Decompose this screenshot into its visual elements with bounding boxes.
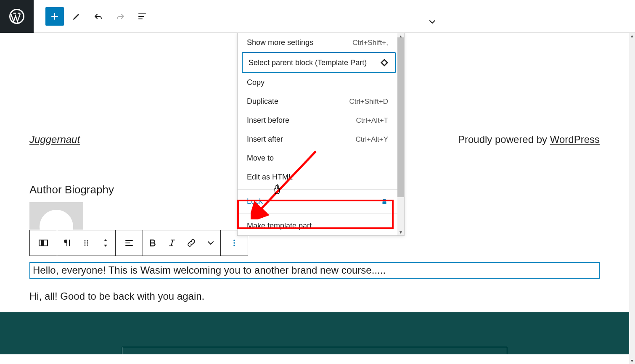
drag-icon [81, 238, 91, 248]
menu-label: Lock [247, 197, 263, 206]
footer-inner [122, 347, 507, 354]
link-button[interactable] [182, 230, 201, 256]
menu-separator [238, 214, 397, 214]
align-button[interactable] [116, 230, 143, 256]
menu-shortcut: Ctrl+Shift+, [352, 39, 388, 47]
svg-rect-12 [383, 201, 386, 204]
chevron-down-icon [427, 17, 437, 27]
menu-label: Move to [247, 154, 274, 163]
scroll-down-icon[interactable]: ▼ [630, 358, 634, 364]
editor-top-bar [0, 0, 635, 33]
bold-button[interactable] [143, 230, 162, 256]
menu-edit-as-html[interactable]: Edit as HTML [238, 168, 397, 187]
menu-label: Show more settings [247, 38, 313, 47]
menu-duplicate[interactable]: Duplicate Ctrl+Shift+D [238, 92, 397, 111]
menu-label: Make template part [247, 222, 312, 230]
italic-button[interactable] [162, 230, 182, 256]
align-left-icon [124, 238, 134, 248]
undo-icon [93, 11, 103, 21]
menu-select-parent-block[interactable]: Select parent block (Template Part) [242, 52, 396, 73]
svg-point-2 [87, 240, 88, 241]
menu-label: Copy [247, 78, 265, 87]
lock-icon [381, 198, 388, 206]
menu-scrollbar[interactable]: ▲ ▼ [397, 33, 404, 235]
columns-icon [39, 240, 48, 246]
menu-label: Insert before [247, 116, 289, 125]
svg-point-9 [233, 245, 235, 246]
more-inline-button[interactable] [201, 230, 220, 256]
menu-label: Edit as HTML [247, 173, 293, 182]
block-options-menu: ▲ ▼ Show more settings Ctrl+Shift+, Sele… [237, 33, 405, 236]
menu-insert-before[interactable]: Insert before Ctrl+Alt+T [238, 111, 397, 130]
pencil-icon [71, 11, 82, 21]
scrollbar-thumb[interactable] [397, 37, 404, 197]
paragraph-block-selected[interactable]: Hello, everyone! This is Wasim welcoming… [29, 262, 600, 279]
listview-icon [137, 11, 147, 21]
add-block-button[interactable] [45, 7, 64, 26]
author-avatar[interactable] [29, 202, 83, 230]
paragraph-transform-button[interactable] [57, 230, 77, 256]
svg-point-8 [233, 242, 235, 244]
menu-label: Insert after [247, 135, 283, 144]
redo-icon [115, 11, 125, 21]
kebab-icon [229, 238, 239, 248]
paragraph-icon [62, 238, 72, 248]
chevron-down-icon [206, 238, 216, 248]
menu-insert-after[interactable]: Insert after Ctrl+Alt+Y [238, 130, 397, 149]
settings-toggle[interactable] [423, 13, 442, 31]
menu-shortcut: Ctrl+Alt+T [356, 116, 388, 125]
svg-point-7 [233, 240, 235, 241]
template-part-icon [380, 58, 389, 67]
block-type-button[interactable] [30, 230, 57, 256]
move-up-down-button[interactable] [96, 230, 115, 256]
powered-prefix: Proudly powered by [458, 134, 550, 145]
menu-make-template-part[interactable]: Make template part [238, 216, 397, 235]
drag-handle[interactable] [77, 230, 96, 256]
wordpress-logo[interactable] [0, 0, 34, 33]
editor-body: ▲ ▼ Juggernaut Proudly powered by WordPr… [0, 33, 635, 364]
move-arrows-icon [101, 238, 111, 248]
redo-button[interactable] [111, 7, 130, 26]
powered-by: Proudly powered by WordPress [458, 134, 600, 145]
scroll-down-icon[interactable]: ▼ [399, 229, 403, 235]
paragraph-block[interactable]: Hi, all! Good to be back with you again. [29, 290, 600, 302]
wordpress-icon [9, 9, 24, 24]
svg-point-1 [84, 240, 85, 241]
scroll-up-icon[interactable]: ▲ [630, 33, 634, 39]
menu-separator [238, 189, 397, 190]
menu-move-to[interactable]: Move to [238, 149, 397, 168]
svg-point-3 [84, 242, 85, 243]
menu-shortcut: Ctrl+Shift+D [349, 98, 388, 106]
svg-point-6 [87, 244, 88, 245]
menu-label: Select parent block (Template Part) [249, 58, 367, 67]
toolbar-buttons [34, 7, 151, 26]
site-title-link[interactable]: Juggernaut [29, 134, 80, 145]
svg-point-4 [87, 242, 88, 243]
bold-icon [148, 238, 158, 248]
avatar-placeholder-icon [40, 210, 73, 230]
svg-point-5 [84, 244, 85, 245]
menu-show-more-settings[interactable]: Show more settings Ctrl+Shift+, [238, 33, 397, 52]
edit-button[interactable] [67, 7, 86, 26]
menu-shortcut: Ctrl+Alt+Y [356, 135, 388, 144]
undo-button[interactable] [89, 7, 108, 26]
menu-lock[interactable]: Lock [238, 192, 397, 211]
italic-icon [167, 238, 177, 248]
link-icon [186, 238, 196, 248]
wordpress-link[interactable]: WordPress [550, 134, 600, 145]
theme-footer [0, 312, 629, 354]
menu-label: Duplicate [247, 97, 278, 106]
plus-icon [50, 11, 60, 21]
menu-copy[interactable]: Copy [238, 73, 397, 92]
list-view-button[interactable] [133, 7, 151, 26]
page-scrollbar[interactable]: ▲ ▼ [629, 33, 635, 364]
